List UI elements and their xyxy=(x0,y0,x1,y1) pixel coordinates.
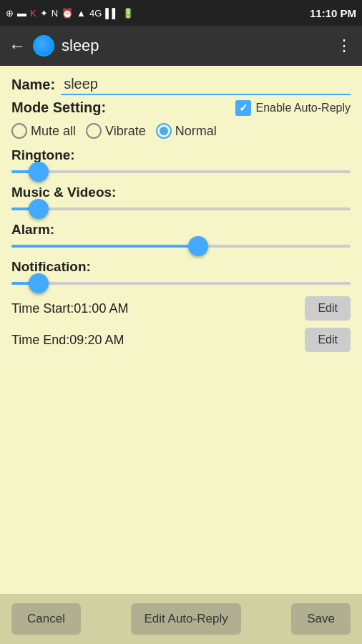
music-videos-label: Music & Videos: xyxy=(11,185,351,200)
radio-mute-all[interactable]: Mute all xyxy=(11,123,76,139)
notification-thumb[interactable] xyxy=(29,273,49,293)
time-start-row: Time Start:01:00 AM Edit xyxy=(11,296,351,321)
alarm-label: Alarm: xyxy=(11,222,351,238)
alarm-fill xyxy=(11,245,198,248)
bottom-bar: Cancel Edit Auto-Reply Save xyxy=(0,594,362,644)
app-icon xyxy=(33,35,54,57)
radio-normal-label: Normal xyxy=(175,124,217,139)
content-area: Name: Mode Setting: Enable Auto-Reply Mu… xyxy=(0,66,362,594)
radio-normal[interactable]: Normal xyxy=(156,123,217,139)
radio-vibrate[interactable]: Vibrate xyxy=(86,123,146,139)
name-input[interactable] xyxy=(61,74,351,95)
cancel-button[interactable]: Cancel xyxy=(11,603,81,635)
radio-mute-all-circle[interactable] xyxy=(11,123,27,139)
mode-label: Mode Setting: xyxy=(11,99,235,116)
music-videos-track[interactable] xyxy=(11,208,351,210)
music-videos-section: Music & Videos: xyxy=(11,185,351,210)
ringtone-label: Ringtone: xyxy=(11,147,351,163)
wifi-icon: ▲ xyxy=(77,8,86,19)
clock: 11:10 PM xyxy=(310,7,356,19)
ringtone-track[interactable] xyxy=(11,170,351,173)
notification-section: Notification: xyxy=(11,259,351,285)
name-row: Name: xyxy=(11,74,351,95)
auto-reply-checkbox-container[interactable]: Enable Auto-Reply xyxy=(235,100,351,116)
battery-icon: 🔋 xyxy=(122,8,134,19)
radio-row: Mute all Vibrate Normal xyxy=(11,123,351,139)
auto-reply-label: Enable Auto-Reply xyxy=(255,102,351,114)
status-icons-left: ⊕ ▬ K ✦ N ⏰ ▲ 4G ▌▌ 🔋 xyxy=(6,8,134,19)
time-start-text: Time Start:01:00 AM xyxy=(11,301,128,316)
menu-button[interactable]: ⋮ xyxy=(336,36,353,55)
save-button[interactable]: Save xyxy=(291,603,351,635)
network-4g-icon: 4G xyxy=(89,8,102,19)
time-end-row: Time End:09:20 AM Edit xyxy=(11,328,351,352)
toolbar-title: sleep xyxy=(62,36,329,55)
bluetooth-icon: ✦ xyxy=(40,8,48,19)
time-end-text: Time End:09:20 AM xyxy=(11,333,124,348)
toolbar: ← sleep ⋮ xyxy=(0,26,362,66)
time-start-edit-button[interactable]: Edit xyxy=(305,296,351,321)
alarm-track[interactable] xyxy=(11,245,351,248)
alarm-icon: ⏰ xyxy=(62,8,73,19)
alarm-section: Alarm: xyxy=(11,222,351,248)
status-time-area: 11:10 PM xyxy=(310,7,356,19)
alarm-thumb[interactable] xyxy=(188,236,208,256)
radio-normal-circle[interactable] xyxy=(156,123,172,139)
nfc-icon: N xyxy=(52,8,58,19)
back-status-icon: ⊕ xyxy=(6,8,14,19)
radio-vibrate-circle[interactable] xyxy=(86,123,102,139)
notification-track[interactable] xyxy=(11,282,351,285)
music-videos-thumb[interactable] xyxy=(29,199,49,219)
back-button[interactable]: ← xyxy=(9,36,26,56)
sim-icon: ▬ xyxy=(17,8,26,19)
notification-label: Notification: xyxy=(11,259,351,275)
ringtone-thumb[interactable] xyxy=(29,162,49,182)
mode-setting-row: Mode Setting: Enable Auto-Reply xyxy=(11,99,351,116)
radio-mute-all-label: Mute all xyxy=(31,124,76,139)
time-end-edit-button[interactable]: Edit xyxy=(305,328,351,352)
name-label: Name: xyxy=(11,77,55,93)
ringtone-section: Ringtone: xyxy=(11,147,351,173)
antivirus-icon: K xyxy=(30,8,36,19)
signal-icon: ▌▌ xyxy=(105,8,118,19)
status-bar: ⊕ ▬ K ✦ N ⏰ ▲ 4G ▌▌ 🔋 11:10 PM xyxy=(0,0,362,26)
radio-vibrate-label: Vibrate xyxy=(105,124,146,139)
edit-auto-reply-button[interactable]: Edit Auto-Reply xyxy=(131,603,240,635)
auto-reply-checkbox[interactable] xyxy=(235,100,251,116)
